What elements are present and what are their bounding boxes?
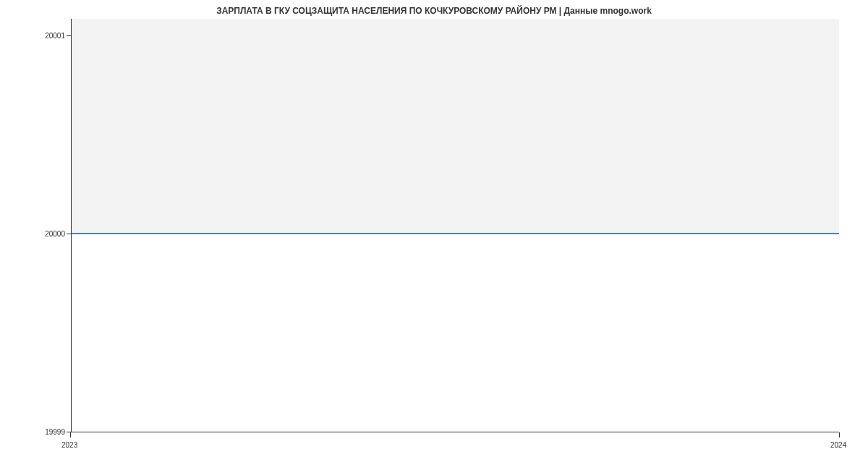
x-axis-tick bbox=[839, 432, 840, 437]
chart-title: ЗАРПЛАТА В ГКУ СОЦЗАЩИТА НАСЕЛЕНИЯ ПО КО… bbox=[0, 6, 868, 16]
x-axis-label: 2024 bbox=[830, 441, 846, 449]
plot-area bbox=[71, 19, 839, 432]
y-axis-tick bbox=[67, 234, 72, 234]
chart-fill-region bbox=[72, 19, 839, 234]
y-axis-label: 20000 bbox=[29, 230, 65, 238]
y-axis-label: 19999 bbox=[29, 428, 65, 436]
y-axis-label: 20001 bbox=[29, 32, 65, 40]
y-axis-tick bbox=[67, 35, 72, 36]
x-axis-label: 2023 bbox=[61, 441, 77, 449]
chart-line bbox=[72, 233, 839, 234]
x-axis-tick bbox=[70, 432, 71, 437]
